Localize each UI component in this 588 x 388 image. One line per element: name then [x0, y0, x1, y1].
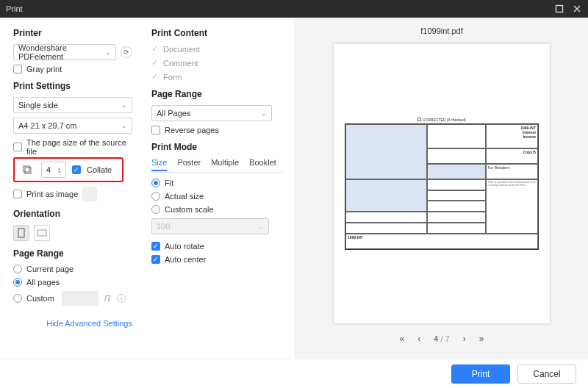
paper-size-select[interactable]: A4 21 x 29.7 cm⌄: [13, 118, 132, 134]
current-page-radio[interactable]: [13, 265, 22, 273]
all-pages-label: All pages: [26, 278, 60, 287]
print-settings-heading: Print Settings: [13, 81, 132, 91]
content-form: Form: [163, 73, 182, 82]
gray-print-label: Gray print: [26, 65, 62, 73]
preview-panel: f1099int.pdf CORRECTED (if checked) 1099…: [294, 18, 588, 359]
content-document: Document: [163, 45, 200, 54]
chevron-down-icon: ⌄: [121, 101, 127, 109]
check-icon: ✓: [151, 72, 159, 82]
custom-scale-label: Custom scale: [165, 205, 214, 214]
close-icon[interactable]: [572, 4, 582, 14]
check-icon: ✓: [151, 58, 159, 68]
tab-multiple[interactable]: Multiple: [211, 158, 239, 171]
spinner-down-icon[interactable]: ▾: [58, 170, 64, 173]
print-as-image-checkbox[interactable]: [13, 190, 22, 198]
maximize-icon[interactable]: [554, 4, 564, 14]
actual-size-radio[interactable]: [151, 192, 160, 201]
orientation-landscape-button[interactable]: [34, 225, 50, 241]
window-controls: [554, 4, 582, 14]
orientation-heading: Orientation: [13, 209, 132, 219]
reverse-pages-label: Reverse pages: [165, 126, 219, 134]
tab-size[interactable]: Size: [151, 158, 167, 171]
auto-rotate-label: Auto rotate: [165, 242, 204, 251]
chevron-down-icon: ⌄: [121, 122, 127, 129]
last-page-button[interactable]: »: [479, 334, 484, 344]
fit-label: Fit: [165, 179, 173, 187]
duplex-select[interactable]: Single side⌄: [13, 97, 132, 113]
next-page-button[interactable]: ›: [463, 334, 466, 344]
print-button[interactable]: Print: [451, 364, 510, 384]
printer-select-value: Wondershare PDFelement: [18, 43, 105, 61]
reload-printers-icon[interactable]: ⟳: [121, 46, 132, 58]
preview-pager: « ‹ 4 / 7 › »: [400, 334, 484, 344]
chevron-down-icon: ⌄: [261, 109, 267, 117]
print-as-image-label: Print as image: [26, 190, 78, 198]
cancel-button[interactable]: Cancel: [517, 364, 576, 384]
tab-poster[interactable]: Poster: [177, 158, 201, 171]
actual-size-label: Actual size: [165, 192, 204, 201]
chevron-down-icon: ⌄: [105, 48, 111, 56]
source-size-label: The page size of the source file: [26, 138, 132, 156]
print-as-image-dpi: [82, 187, 97, 201]
svg-rect-1: [24, 166, 29, 172]
orientation-portrait-button[interactable]: [13, 225, 29, 241]
auto-center-checkbox[interactable]: [151, 255, 160, 264]
reverse-pages-checkbox[interactable]: [151, 126, 160, 134]
printer-panel: Printer Wondershare PDFelement⌄ ⟳ Gray p…: [0, 18, 144, 359]
printer-select[interactable]: Wondershare PDFelement⌄: [13, 44, 116, 60]
hide-advanced-link[interactable]: Hide Advanced Settings: [46, 319, 132, 328]
mode-tabs: Size Poster Multiple Booklet: [151, 158, 282, 173]
paper-size-value: A4 21 x 29.7 cm: [18, 121, 77, 130]
dialog-footer: Print Cancel: [0, 359, 588, 388]
collate-label: Collate: [87, 165, 112, 174]
first-page-button[interactable]: «: [400, 334, 405, 344]
print-options-panel: Print Content ✓Document ✓Comment ✓Form P…: [144, 18, 294, 359]
gray-print-checkbox[interactable]: [13, 65, 22, 73]
page-preview: CORRECTED (if checked) 1099-INTInterestI…: [334, 44, 550, 323]
custom-scale-input: 100⌄: [151, 218, 269, 234]
svg-rect-3: [18, 229, 24, 237]
printer-heading: Printer: [13, 28, 132, 38]
preview-filename: f1099int.pdf: [420, 26, 463, 35]
page-range-select[interactable]: All Pages⌄: [151, 105, 272, 121]
spinner-up-icon[interactable]: ▴: [58, 167, 64, 170]
fit-radio[interactable]: [151, 179, 160, 187]
prev-page-button[interactable]: ‹: [417, 334, 420, 344]
copies-highlight: 4 ▴▾ Collate: [13, 157, 123, 182]
print-mode-heading: Print Mode: [151, 142, 282, 152]
print-content-heading: Print Content: [151, 28, 282, 38]
copies-icon: [19, 162, 35, 178]
svg-rect-0: [556, 6, 563, 12]
page-range-heading: Page Range: [13, 248, 132, 259]
custom-range-radio[interactable]: [13, 294, 22, 303]
tab-booklet[interactable]: Booklet: [249, 158, 276, 171]
custom-scale-radio[interactable]: [151, 205, 160, 214]
all-pages-radio[interactable]: [13, 278, 22, 287]
source-size-checkbox[interactable]: [13, 143, 22, 151]
content-comment: Comment: [163, 59, 198, 68]
svg-rect-2: [25, 168, 31, 173]
copies-input[interactable]: 4 ▴▾: [41, 162, 66, 178]
titlebar: Print: [0, 0, 588, 18]
duplex-value: Single side: [18, 101, 58, 109]
svg-rect-4: [37, 230, 46, 236]
page-range-value: All Pages: [157, 109, 190, 118]
window-title: Print: [6, 4, 23, 13]
auto-rotate-checkbox[interactable]: [151, 242, 160, 251]
info-icon[interactable]: i: [117, 294, 126, 303]
page-indicator: 4 / 7: [434, 334, 449, 343]
form-1099-preview: 1099-INTInterestIncome Copy B For Recipi…: [345, 123, 539, 250]
current-page-label: Current page: [26, 265, 74, 273]
auto-center-label: Auto center: [165, 255, 206, 264]
page-range-heading-2: Page Range: [151, 89, 282, 99]
check-icon: ✓: [151, 44, 159, 54]
collate-checkbox[interactable]: [72, 165, 81, 174]
range-sep: /7: [104, 294, 111, 303]
custom-range-label: Custom: [26, 294, 54, 303]
custom-range-input[interactable]: [62, 291, 98, 306]
copies-value: 4: [46, 165, 51, 174]
